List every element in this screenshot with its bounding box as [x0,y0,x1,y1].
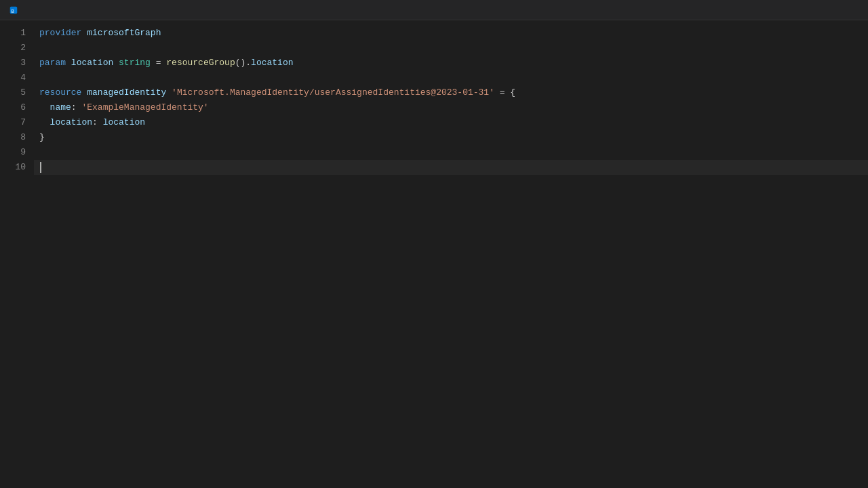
line-number: 3 [0,56,34,70]
text-cursor [40,162,41,173]
code-area[interactable]: provider microsoftGraphparam location st… [34,20,868,488]
line-number: 4 [0,70,34,85]
code-line: param location string = resourceGroup().… [34,56,868,70]
code-line [34,70,868,85]
line-number: 7 [0,115,34,130]
line-numbers: 12345678910 [0,20,34,488]
svg-text:B: B [12,8,14,14]
code-line [34,145,868,160]
code-line [34,160,868,175]
editor-container[interactable]: 12345678910 provider microsoftGraphparam… [0,20,868,488]
code-line [34,41,868,56]
line-number: 2 [0,41,34,56]
code-line: provider microsoftGraph [34,26,868,41]
line-number: 6 [0,100,34,115]
line-number: 5 [0,85,34,100]
line-number: 1 [0,26,34,41]
title-bar: B [0,0,868,20]
code-line: } [34,130,868,145]
code-line: location: location [34,115,868,130]
code-line: resource managedIdentity 'Microsoft.Mana… [34,85,868,100]
line-number: 10 [0,160,34,175]
bicep-file-icon: B [8,5,19,16]
line-number: 9 [0,145,34,160]
line-number: 8 [0,130,34,145]
code-line: name: 'ExampleManagedIdentity' [34,100,868,115]
